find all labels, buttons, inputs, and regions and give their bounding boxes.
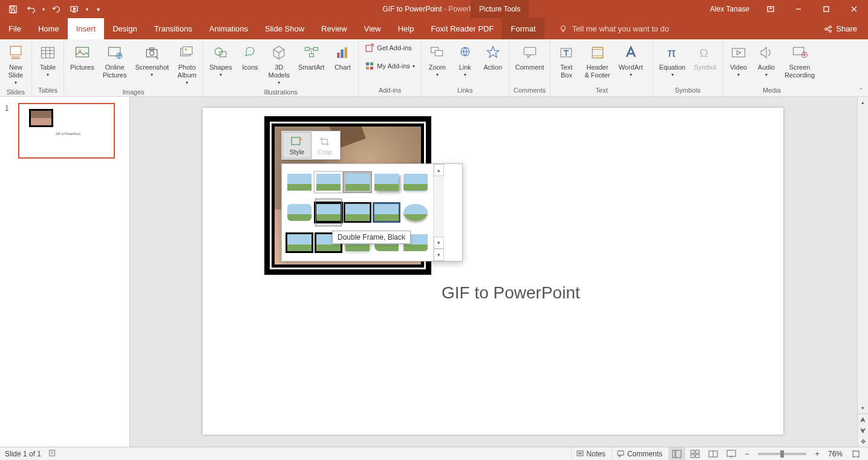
- tab-slideshow[interactable]: Slide Show: [256, 18, 313, 39]
- gallery-scroll-up[interactable]: ▴: [434, 164, 444, 176]
- text-box-button[interactable]: Text Box: [554, 42, 578, 80]
- thumbnail-title: GIF to PowerPoint: [56, 132, 80, 136]
- style-reflected-rounded[interactable]: [403, 169, 428, 196]
- my-addins-button[interactable]: My Add-ins ▾: [362, 60, 417, 72]
- slide-thumbnail-1[interactable]: GIF to PowerPoint: [18, 103, 115, 159]
- zoom-level[interactable]: 76%: [824, 450, 846, 458]
- smartart-button[interactable]: SmartArt: [296, 42, 327, 73]
- zoom-in-button[interactable]: +: [811, 447, 823, 461]
- undo-button[interactable]: [24, 2, 38, 16]
- svg-rect-30: [366, 45, 372, 51]
- maximize-button[interactable]: [812, 0, 840, 18]
- screen-recording-button[interactable]: Screen Recording: [782, 42, 817, 80]
- wordart-button[interactable]: WordArt▾: [616, 42, 645, 79]
- new-slide-button[interactable]: New Slide▾: [4, 42, 28, 87]
- tab-transitions[interactable]: Transitions: [146, 18, 201, 39]
- tab-home[interactable]: Home: [30, 18, 68, 39]
- style-soft-edge[interactable]: [287, 199, 312, 226]
- audio-button[interactable]: Audio▾: [754, 42, 778, 79]
- style-beveled-matte[interactable]: [316, 169, 341, 196]
- tab-foxit[interactable]: Foxit Reader PDF: [422, 18, 502, 39]
- table-button[interactable]: Table▾: [36, 42, 60, 79]
- style-compound-frame[interactable]: [287, 229, 312, 256]
- style-simple-frame-black[interactable]: [374, 199, 399, 226]
- tell-me-search[interactable]: Tell me what you want to do: [544, 18, 669, 39]
- tab-insert[interactable]: Insert: [68, 18, 105, 39]
- action-button[interactable]: Action: [481, 42, 505, 73]
- next-slide-button[interactable]: ⮟: [858, 425, 868, 436]
- tab-help[interactable]: Help: [390, 18, 423, 39]
- reading-view-button[interactable]: [705, 447, 722, 461]
- screenshot-button[interactable]: Screenshot▾: [133, 42, 172, 79]
- video-button[interactable]: Video▾: [726, 42, 751, 79]
- get-addins-button[interactable]: Get Add-ins: [362, 42, 417, 54]
- scroll-up-button[interactable]: ▴: [858, 97, 868, 108]
- minimize-button[interactable]: [785, 0, 812, 18]
- header-footer-button[interactable]: Header & Footer: [582, 42, 612, 80]
- picture-mini-toolbar: Style Crop: [281, 131, 341, 160]
- style-metal-frame[interactable]: [345, 169, 370, 196]
- fit-slide-button[interactable]: [847, 447, 864, 461]
- close-button[interactable]: [840, 0, 868, 18]
- comment-button[interactable]: Comment: [513, 42, 547, 73]
- vertical-scrollbar[interactable]: ▴ ▾ ⮝ ⮟ ✥: [857, 97, 868, 447]
- svg-rect-57: [673, 450, 675, 458]
- icons-button[interactable]: Icons: [238, 42, 262, 73]
- style-drop-shadow[interactable]: [374, 169, 399, 196]
- prev-slide-button[interactable]: ⮝: [858, 414, 868, 425]
- qat-more[interactable]: ▾: [93, 6, 100, 13]
- normal-view-button[interactable]: [668, 447, 685, 461]
- gallery-scrollbar[interactable]: ▴ ▾ ▾: [433, 164, 444, 261]
- group-label-links: Links: [425, 85, 505, 95]
- tab-design[interactable]: Design: [104, 18, 145, 39]
- pictures-button[interactable]: Pictures: [68, 42, 97, 73]
- redo-button[interactable]: [50, 2, 63, 16]
- share-button[interactable]: Share: [813, 18, 868, 39]
- start-from-beginning-button[interactable]: [68, 2, 81, 16]
- tab-format[interactable]: Format: [502, 18, 544, 39]
- svg-point-6: [561, 25, 565, 30]
- crop-mini-button[interactable]: Crop: [311, 133, 339, 158]
- collapse-ribbon-button[interactable]: ˄: [856, 85, 866, 95]
- style-simple-frame-white[interactable]: [287, 169, 312, 196]
- slide-canvas-area[interactable]: GIF to PowerPoint Style Crop: [130, 97, 868, 447]
- undo-dropdown[interactable]: ▾: [42, 7, 45, 12]
- svg-rect-64: [727, 450, 736, 456]
- style-double-frame-black[interactable]: [316, 199, 341, 226]
- notes-button[interactable]: Notes: [571, 447, 610, 461]
- ribbon-display-options[interactable]: [757, 0, 785, 18]
- link-button[interactable]: Link▾: [453, 42, 477, 79]
- gallery-scroll-down[interactable]: ▾: [434, 237, 444, 249]
- slide-count[interactable]: Slide 1 of 1: [5, 450, 41, 458]
- 3d-models-button[interactable]: 3D Models▾: [266, 42, 292, 87]
- account-name[interactable]: Alex Tanase: [703, 5, 757, 13]
- shapes-button[interactable]: Shapes▾: [207, 42, 234, 79]
- gallery-expand[interactable]: ▾: [434, 249, 444, 261]
- save-button[interactable]: [6, 2, 19, 16]
- slide-sorter-view-button[interactable]: [687, 447, 703, 461]
- scroll-down-button[interactable]: ▾: [858, 402, 868, 413]
- tab-view[interactable]: View: [356, 18, 390, 39]
- fit-to-window-button[interactable]: ✥: [858, 436, 868, 447]
- style-beveled-oval[interactable]: [403, 199, 428, 226]
- zoom-button[interactable]: Zoom▾: [425, 42, 449, 79]
- group-label-addins: Add-ins: [362, 85, 417, 95]
- equation-button[interactable]: πEquation▾: [657, 42, 688, 79]
- tab-review[interactable]: Review: [313, 18, 356, 39]
- comments-status-button[interactable]: Comments: [612, 447, 667, 461]
- slide-title-text[interactable]: GIF to PowerPoint: [442, 283, 580, 303]
- online-pictures-button[interactable]: Online Pictures: [100, 42, 129, 80]
- slideshow-view-button[interactable]: [723, 447, 740, 461]
- qat-customize[interactable]: ▾: [86, 7, 88, 12]
- chart-button[interactable]: Chart: [330, 42, 354, 73]
- svg-text:Ω: Ω: [699, 47, 708, 59]
- spell-check-icon[interactable]: [48, 448, 57, 459]
- tab-animations[interactable]: Animations: [201, 18, 256, 39]
- tab-file[interactable]: File: [0, 18, 30, 39]
- svg-rect-27: [338, 53, 340, 58]
- photo-album-button[interactable]: Photo Album▾: [175, 42, 199, 87]
- zoom-out-button[interactable]: −: [741, 447, 753, 461]
- style-thick-matte-black[interactable]: [345, 199, 370, 226]
- zoom-slider[interactable]: [758, 453, 806, 455]
- style-mini-button[interactable]: Style: [283, 133, 311, 158]
